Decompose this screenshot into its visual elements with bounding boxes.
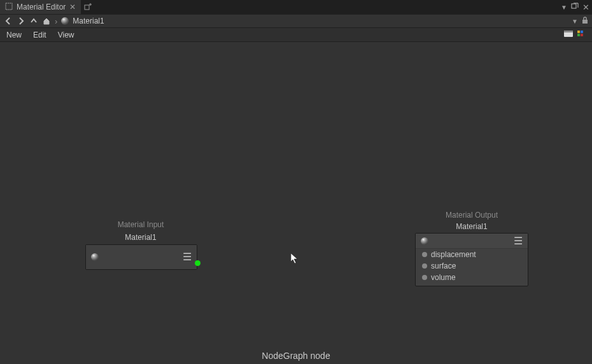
dropdown-icon[interactable]: ▼ [561, 4, 567, 11]
node-menu-icon[interactable]: ☰ [183, 252, 192, 262]
input-port-icon[interactable] [422, 275, 427, 280]
node-material-input[interactable]: ☰ [85, 244, 197, 270]
status-text: NodeGraph node [0, 351, 592, 361]
input-port-icon[interactable] [422, 252, 427, 257]
close-panel-icon[interactable]: ✕ [582, 3, 589, 12]
tab-close-icon[interactable]: ✕ [69, 3, 76, 11]
node-material-output[interactable]: ☰ displacement surface volume [415, 233, 528, 286]
node-graph-canvas[interactable]: Material Input Material1 ☰ Material Outp… [0, 42, 592, 364]
menu-edit[interactable]: Edit [33, 31, 46, 39]
svg-rect-7 [564, 31, 573, 32]
socket-displacement[interactable]: displacement [416, 249, 528, 260]
palette-icon[interactable] [577, 31, 586, 39]
socket-label: displacement [431, 250, 476, 259]
svg-rect-5 [582, 20, 588, 24]
node-type-label: Material Output [414, 211, 529, 220]
tab-icon [5, 3, 13, 12]
node-name-label: Material1 [83, 233, 198, 242]
expand-icon[interactable] [571, 3, 579, 12]
back-button[interactable] [4, 17, 13, 25]
svg-rect-1 [85, 5, 89, 10]
lock-icon[interactable] [582, 17, 588, 26]
tab-bar-right: ▼ ✕ [561, 0, 592, 14]
breadcrumb-name[interactable]: Material1 [73, 17, 104, 25]
forward-button[interactable] [17, 17, 25, 25]
material-icon [61, 17, 69, 25]
tab-title: Material Editor [17, 3, 66, 11]
socket-surface[interactable]: surface [416, 260, 528, 272]
node-name-label: Material1 [414, 222, 529, 231]
socket-label: volume [431, 273, 456, 282]
tab-material-editor[interactable]: Material Editor ✕ [0, 0, 81, 14]
node-type-label: Material Input [83, 220, 198, 229]
node-output-port[interactable] [195, 260, 201, 266]
home-button[interactable] [42, 17, 51, 25]
up-button[interactable] [29, 17, 38, 25]
material-icon [91, 253, 99, 261]
material-icon [421, 237, 428, 245]
history-dropdown-icon[interactable]: ▼ [572, 18, 578, 25]
new-tab-button[interactable] [81, 0, 95, 14]
breadcrumb-separator: › [55, 17, 57, 26]
svg-rect-0 [6, 3, 12, 10]
menu-view[interactable]: View [58, 31, 74, 39]
menu-new[interactable]: New [6, 31, 22, 39]
mouse-cursor-icon [291, 253, 299, 265]
socket-volume[interactable]: volume [416, 272, 528, 286]
menu-bar: New Edit View [0, 28, 592, 42]
input-port-icon[interactable] [422, 263, 427, 269]
tab-bar: Material Editor ✕ ▼ ✕ [0, 0, 592, 14]
svg-rect-4 [572, 4, 576, 8]
socket-label: surface [431, 262, 456, 270]
nav-bar: › Material1 ▼ [0, 14, 592, 28]
card-icon[interactable] [564, 30, 573, 39]
node-menu-icon[interactable]: ☰ [514, 236, 523, 246]
